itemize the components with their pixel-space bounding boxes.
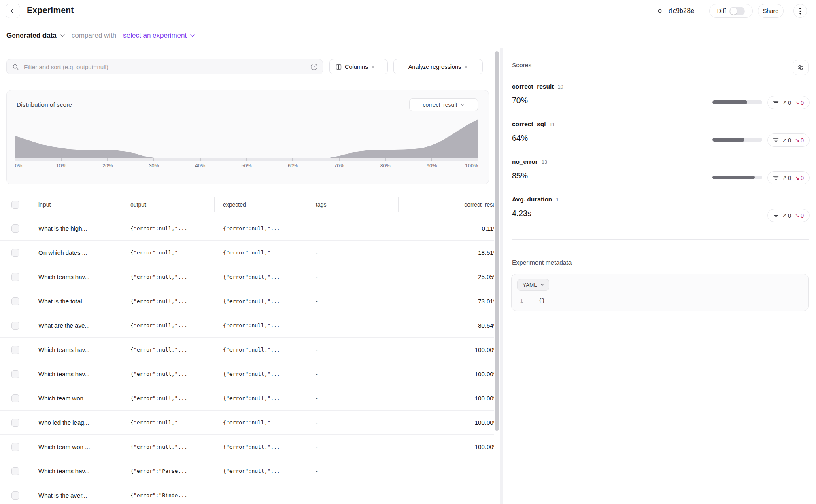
metadata-code[interactable]: {} <box>538 297 545 304</box>
score-progress-bar <box>712 138 762 142</box>
score-actions: ↗0 ↘0 <box>767 209 810 222</box>
score-settings-button[interactable] <box>793 60 809 75</box>
back-button[interactable] <box>6 4 20 18</box>
table-row[interactable]: Which teams hav... {"error":null,"... {"… <box>0 362 494 386</box>
table-row[interactable]: Which team won ... {"error":null,"... {"… <box>0 435 494 459</box>
table-row[interactable]: Which teams hav... {"error":"Parse... {"… <box>0 459 494 483</box>
regressions-button[interactable]: ↘0 <box>795 212 804 219</box>
cell-expected: {"error":null,"... <box>223 459 304 483</box>
table-row[interactable]: On which dates ... {"error":null,"... {"… <box>0 241 494 265</box>
distribution-card: Distribution of score correct_result 0%1… <box>6 90 489 184</box>
row-checkbox[interactable] <box>11 443 19 451</box>
score-name: correct_sql <box>512 121 546 128</box>
scores-panel: Scores correct_result 10 70% ↗0 ↘0 corre… <box>503 48 816 504</box>
cell-expected: {"error":null,"... <box>223 313 304 338</box>
regressions-button[interactable]: ↘0 <box>795 100 804 106</box>
distribution-chart <box>15 119 478 158</box>
row-checkbox[interactable] <box>11 491 19 500</box>
score-actions: ↗0 ↘0 <box>767 171 810 184</box>
cell-expected: {"error":null,"... <box>223 216 304 241</box>
x-axis-tick <box>431 158 432 161</box>
column-header-expected[interactable]: expected <box>223 193 246 216</box>
row-checkbox[interactable] <box>11 297 19 305</box>
cell-tags: - <box>316 459 376 483</box>
column-header-score[interactable]: correct_result <box>398 193 494 216</box>
x-axis-labels: 0%10%20%30%40%50%60%70%80%90%100% <box>15 163 478 169</box>
metadata-format-dropdown[interactable]: YAML <box>517 279 549 291</box>
cell-output: {"error":null,"... <box>130 411 211 435</box>
score-selector-dropdown[interactable]: correct_result <box>409 98 478 111</box>
column-divider <box>305 197 305 212</box>
score-value: 64% <box>512 133 528 143</box>
table-row[interactable]: Which teams hav... {"error":null,"... {"… <box>0 265 494 289</box>
base-experiment-dropdown[interactable]: Generated data <box>6 32 65 40</box>
improvements-button[interactable]: ↗0 <box>782 100 791 106</box>
share-label: Share <box>763 8 779 14</box>
filter-icon[interactable] <box>773 100 779 105</box>
cell-score: 73.01% <box>398 289 494 313</box>
arrow-left-icon <box>10 8 16 14</box>
chevron-down-icon <box>540 284 544 286</box>
share-button[interactable]: Share <box>758 4 784 18</box>
filter-icon[interactable] <box>773 213 779 218</box>
score-progress-fill <box>712 100 747 104</box>
vertical-scrollbar-thumb[interactable] <box>495 51 499 431</box>
regressions-button[interactable]: ↘0 <box>795 175 804 181</box>
improvements-button[interactable]: ↗0 <box>782 175 791 181</box>
help-icon[interactable]: ? <box>310 63 318 70</box>
improvements-count: 0 <box>788 175 791 181</box>
row-checkbox[interactable] <box>11 273 19 281</box>
row-checkbox[interactable] <box>11 346 19 354</box>
table-row[interactable]: What is the aver... {"error":"Binde... –… <box>0 483 494 504</box>
x-axis-label: 20% <box>102 163 113 169</box>
row-checkbox[interactable] <box>11 394 19 402</box>
analyze-regressions-button[interactable]: Analyze regressions <box>393 59 483 74</box>
select-all-checkbox[interactable] <box>11 201 19 209</box>
row-checkbox[interactable] <box>11 419 19 427</box>
commit-info: dc9b28e <box>655 5 694 17</box>
filter-input[interactable] <box>6 59 323 74</box>
filter-icon[interactable] <box>773 138 779 143</box>
cell-tags: - <box>316 338 376 362</box>
cell-tags: - <box>316 241 376 265</box>
column-header-tags[interactable]: tags <box>316 193 326 216</box>
table-row[interactable]: Which team won ... {"error":null,"... {"… <box>0 386 494 411</box>
x-axis-tick <box>385 158 386 161</box>
chevron-down-icon <box>461 104 464 106</box>
diff-toggle-button[interactable]: Diff <box>709 4 753 18</box>
x-axis-tick <box>107 158 108 161</box>
switch-knob <box>730 8 737 15</box>
x-axis-tick <box>153 158 154 161</box>
cell-score: 0.11% <box>398 216 494 241</box>
score-block: Avg. duration 1 4.23s ↗0 ↘0 <box>512 196 810 224</box>
metadata-format-label: YAML <box>523 282 537 288</box>
column-header-input[interactable]: input <box>38 193 51 216</box>
table-row[interactable]: What are the ave... {"error":null,"... {… <box>0 313 494 338</box>
diff-switch[interactable] <box>729 7 745 15</box>
arrow-up-right-icon: ↗ <box>782 175 787 181</box>
improvements-button[interactable]: ↗0 <box>782 137 791 144</box>
filter-icon[interactable] <box>773 175 779 180</box>
cell-score <box>398 459 494 483</box>
table-row[interactable]: What is the total ... {"error":null,"...… <box>0 289 494 313</box>
row-checkbox[interactable] <box>11 224 19 233</box>
arrow-down-right-icon: ↘ <box>795 100 799 106</box>
row-checkbox[interactable] <box>11 322 19 330</box>
more-options-button[interactable] <box>793 4 807 18</box>
arrow-down-right-icon: ↘ <box>795 212 799 218</box>
cell-score: 100.00% <box>398 411 494 435</box>
cell-output: {"error":null,"... <box>130 289 211 313</box>
table-row[interactable]: Which teams hav... {"error":null,"... {"… <box>0 338 494 362</box>
row-checkbox[interactable] <box>11 370 19 378</box>
table-row[interactable]: Who led the leag... {"error":null,"... {… <box>0 411 494 435</box>
row-checkbox[interactable] <box>11 249 19 257</box>
regressions-button[interactable]: ↘0 <box>795 137 804 144</box>
score-name: no_error <box>512 158 538 165</box>
improvements-button[interactable]: ↗0 <box>782 212 791 219</box>
column-header-output[interactable]: output <box>130 193 146 216</box>
columns-button[interactable]: Columns <box>329 59 388 74</box>
search-icon <box>12 64 19 70</box>
table-row[interactable]: What is the high... {"error":null,"... {… <box>0 216 494 241</box>
row-checkbox[interactable] <box>11 467 19 475</box>
select-experiment-dropdown[interactable]: select an experiment <box>123 32 195 40</box>
